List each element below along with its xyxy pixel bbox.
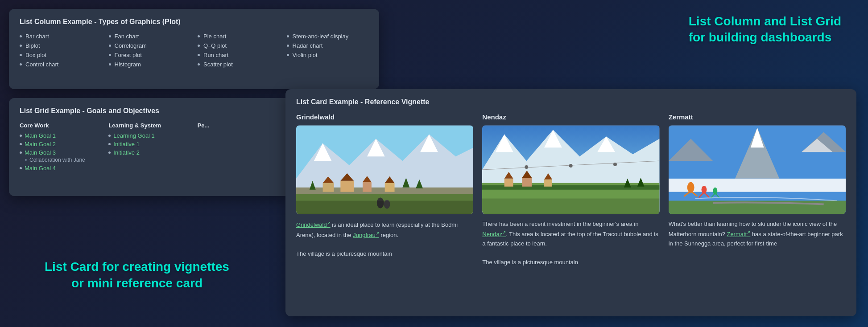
grindelwald-link[interactable]: Grindelwald↗ <box>296 221 331 228</box>
bullet-icon <box>287 54 289 56</box>
bullet-icon <box>109 45 111 47</box>
card-grindelwald: Grindelwald <box>296 113 473 267</box>
nendaz-link[interactable]: Nendaz↗ <box>482 231 506 237</box>
bullet-icon <box>20 35 22 37</box>
card-grid: Grindelwald <box>296 113 846 267</box>
panel-list-grid-title: List Grid Example - Goals and Objectives <box>20 107 279 115</box>
svg-point-37 <box>613 163 617 166</box>
list-item: Control chart <box>20 61 102 68</box>
list-columns-grid: Bar chart Biplot Box plot Control chart … <box>20 33 368 68</box>
list-item: Main Goal 3 <box>20 149 101 156</box>
sub-item: Collaboration with Jane <box>20 157 101 163</box>
bullet-icon <box>287 35 289 37</box>
svg-point-36 <box>569 164 573 168</box>
grid-col-header: Core Work <box>20 122 101 129</box>
list-item: Q–Q plot <box>198 42 280 49</box>
card-nendaz: Nendaz <box>482 113 659 267</box>
panel-list-card-title: List Card Example - Reference Vignette <box>296 98 846 106</box>
list-item: Scatter plot <box>198 61 280 68</box>
bullet-icon <box>198 35 200 37</box>
list-item: Stem-and-leaf display <box>287 33 369 40</box>
bullet-icon <box>20 167 22 169</box>
list-column-1: Bar chart Biplot Box plot Control chart <box>20 33 102 68</box>
bullet-icon <box>109 54 111 56</box>
grid-col-header: Pe... <box>198 122 279 129</box>
svg-rect-10 <box>363 182 372 192</box>
svg-rect-47 <box>669 179 846 192</box>
grid-column-core-work: Core Work Main Goal 1 Main Goal 2 Main G… <box>20 122 101 173</box>
list-item: Histogram <box>109 61 191 68</box>
list-item: Violin plot <box>287 52 369 58</box>
bullet-icon <box>20 151 22 154</box>
bullet-icon <box>20 143 22 145</box>
svg-rect-40 <box>482 199 659 214</box>
jungfrau-link[interactable]: Jungfrau↗ <box>353 232 379 238</box>
panel-list-column: List Column Example - Types of Graphics … <box>9 9 379 89</box>
learning-goal-1-link[interactable]: Learning Goal 1 <box>113 132 155 139</box>
grindelwald-text: Grindelwald↗ is an ideal place to learn … <box>296 220 473 267</box>
bullet-icon <box>198 63 200 65</box>
svg-rect-12 <box>385 183 395 192</box>
list-item: Initiative 1 <box>108 141 190 147</box>
zermatt-text: What's better than learning how to ski u… <box>669 220 846 267</box>
svg-rect-6 <box>323 183 334 192</box>
zermatt-link[interactable]: Zermatt↗ <box>727 231 750 237</box>
list-item: Pie chart <box>198 33 280 40</box>
floating-label-bottom-left: List Card for creating vignettes or mini… <box>45 259 229 291</box>
bullet-icon <box>109 63 111 65</box>
bullet-icon <box>198 45 200 47</box>
nendaz-title: Nendaz <box>482 113 659 121</box>
list-item: Learning Goal 1 <box>108 132 190 139</box>
bullet-icon <box>20 45 22 47</box>
list-item: Main Goal 1 <box>20 132 101 139</box>
main-goal-1-link[interactable]: Main Goal 1 <box>25 132 56 139</box>
small-bullet-icon <box>25 159 27 161</box>
main-goal-3-link[interactable]: Main Goal 3 <box>25 149 56 156</box>
grid-col-header: Learning & System <box>108 122 190 129</box>
grid-column-learning: Learning & System Learning Goal 1 Initia… <box>108 122 190 173</box>
list-item: Initiative 2 <box>108 149 190 156</box>
list-item: Main Goal 4 <box>20 165 101 172</box>
main-goal-2-link[interactable]: Main Goal 2 <box>25 141 56 147</box>
svg-rect-20 <box>296 201 473 214</box>
list-column-4: Stem-and-leaf display Radar chart Violin… <box>287 33 369 68</box>
zermatt-image <box>669 125 846 214</box>
bullet-icon <box>20 135 22 137</box>
list-column-3: Pie chart Q–Q plot Run chart Scatter plo… <box>198 33 280 68</box>
nendaz-image <box>482 125 659 214</box>
grid-columns: Core Work Main Goal 1 Main Goal 2 Main G… <box>20 122 279 173</box>
nendaz-text: There has been a recent investment in th… <box>482 220 659 267</box>
bullet-icon <box>108 135 111 137</box>
list-item: Correlogram <box>109 42 191 49</box>
floating-label-top-right: List Column and List Grid for building d… <box>689 13 841 46</box>
card-zermatt: Zermatt <box>669 113 846 267</box>
svg-rect-8 <box>340 181 354 192</box>
list-item: Radar chart <box>287 42 369 49</box>
list-item: Main Goal 2 <box>20 141 101 147</box>
list-item: Biplot <box>20 42 102 49</box>
svg-rect-30 <box>522 178 532 187</box>
grindelwald-image <box>296 125 473 214</box>
bullet-icon <box>20 63 22 65</box>
initiative-2-link[interactable]: Initiative 2 <box>113 149 140 156</box>
list-item: Bar chart <box>20 33 102 40</box>
initiative-1-link[interactable]: Initiative 1 <box>113 141 140 147</box>
zermatt-title: Zermatt <box>669 113 846 121</box>
bullet-icon <box>20 54 22 56</box>
panel-list-card: List Card Example - Reference Vignette G… <box>285 89 856 316</box>
list-column-2: Fan chart Correlogram Forest plot Histog… <box>109 33 191 68</box>
svg-point-35 <box>525 165 529 169</box>
grindelwald-title: Grindelwald <box>296 113 473 121</box>
main-goal-4-link[interactable]: Main Goal 4 <box>25 165 56 172</box>
bullet-icon <box>287 45 289 47</box>
bullet-icon <box>198 54 200 56</box>
list-item: Forest plot <box>109 52 191 58</box>
panel-list-grid: List Grid Example - Goals and Objectives… <box>9 98 290 196</box>
list-item: Box plot <box>20 52 102 58</box>
bullet-icon <box>108 143 111 145</box>
svg-rect-28 <box>504 179 513 187</box>
grid-column-pe: Pe... <box>198 122 279 173</box>
panel-list-column-title: List Column Example - Types of Graphics … <box>20 18 368 26</box>
svg-rect-32 <box>544 180 552 187</box>
list-item: Fan chart <box>109 33 191 40</box>
